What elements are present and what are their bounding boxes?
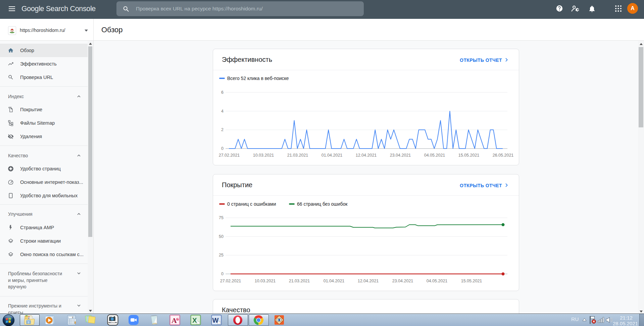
svg-text:75: 75: [219, 215, 224, 220]
svg-text:6: 6: [221, 90, 224, 95]
svg-text:04.05.2021: 04.05.2021: [427, 279, 448, 283]
svg-text:50: 50: [219, 234, 224, 239]
svg-text:0: 0: [221, 272, 224, 276]
svg-text:2: 2: [221, 127, 224, 132]
svg-text:X: X: [192, 317, 197, 324]
svg-text:10.03.2021: 10.03.2021: [253, 153, 274, 158]
svg-text:23.04.2021: 23.04.2021: [390, 153, 411, 158]
svg-text:HEIC to JPG: HEIC to JPG: [108, 322, 117, 324]
svg-text:10.03.2021: 10.03.2021: [255, 279, 276, 283]
svg-text:21.03.2021: 21.03.2021: [287, 153, 308, 158]
svg-text:12.04.2021: 12.04.2021: [356, 153, 377, 158]
svg-text:01.04.2021: 01.04.2021: [324, 279, 345, 283]
svg-text:26.05.2021: 26.05.2021: [493, 153, 514, 158]
svg-text:25: 25: [219, 253, 224, 257]
svg-text:04.05.2021: 04.05.2021: [424, 153, 445, 158]
svg-text:12.04.2021: 12.04.2021: [358, 279, 379, 283]
svg-text:21.03.2021: 21.03.2021: [289, 279, 310, 283]
svg-text:15.05.2021: 15.05.2021: [461, 279, 482, 283]
svg-text:A: A: [171, 316, 177, 325]
svg-text:0: 0: [221, 146, 224, 151]
svg-text:23.04.2021: 23.04.2021: [392, 279, 413, 283]
svg-text:27.02.2021: 27.02.2021: [220, 279, 241, 283]
svg-text:4: 4: [221, 109, 224, 114]
svg-text:27.02.2021: 27.02.2021: [219, 153, 240, 158]
svg-text:01.04.2021: 01.04.2021: [321, 153, 343, 158]
svg-text:0: 0: [72, 316, 73, 319]
svg-text:W: W: [212, 317, 219, 324]
svg-text:15.05.2021: 15.05.2021: [458, 153, 480, 158]
